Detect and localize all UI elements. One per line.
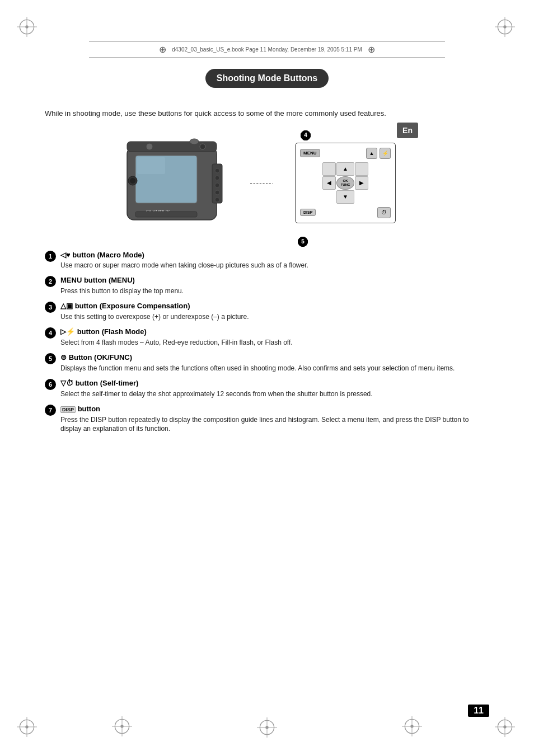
arrow-up: ▲ <box>336 162 354 176</box>
instr-num-2: 2 <box>45 276 56 287</box>
instr-title-7: DISP button <box>60 404 489 414</box>
title-wrapper: Shooting Mode Buttons <box>45 69 489 98</box>
instr-content-2: MENU button (MENU) Press this button to … <box>60 275 489 295</box>
instruction-6: 6 ▽⏱ button (Self-timer) Select the self… <box>45 378 489 398</box>
corner-mark-bl <box>17 717 39 739</box>
instr-desc-1: Use macro or super macro mode when takin… <box>60 261 489 270</box>
bottom-center-left-mark <box>112 716 132 738</box>
bottom-button-row: DISP ⏱ <box>300 207 391 218</box>
instr-num-7: 7 <box>45 405 56 416</box>
diagram-area: OLYMPUS <box>45 130 489 237</box>
instr-num-1: 1 <box>45 251 56 262</box>
btn-placeholder-2: ⚡ <box>380 148 391 159</box>
corner-mark-tl <box>17 17 39 39</box>
arrow-se <box>355 190 368 204</box>
instr-symbol-5: ⊜ <box>60 353 69 361</box>
svg-rect-41 <box>135 212 197 217</box>
svg-point-27 <box>410 725 413 727</box>
svg-point-23 <box>265 726 268 729</box>
corner-mark-br <box>495 717 517 739</box>
header-crosshair-right: ⊕ <box>368 44 375 55</box>
arrow-right: ▶ <box>355 176 368 190</box>
ok-button: OKFUNC <box>336 176 354 190</box>
instr-symbol-6: ▽⏱ <box>60 379 76 387</box>
language-badge: En <box>397 123 418 138</box>
instruction-2: 2 MENU button (MENU) Press this button t… <box>45 275 489 295</box>
instr-symbol-4: ▷⚡ <box>60 327 77 336</box>
num-5: 5 <box>298 237 308 247</box>
svg-point-40 <box>215 198 219 202</box>
instruction-3: 3 △▣ button (Exposure Compensation) Use … <box>45 301 489 321</box>
svg-point-36 <box>215 168 219 173</box>
svg-point-43 <box>130 178 135 184</box>
instruction-1: 1 ◁♥ button (Macro Mode) Use macro or su… <box>45 250 489 270</box>
instr-num-4: 4 <box>45 327 56 339</box>
instr-num-3: 3 <box>45 302 56 313</box>
menu-button: MENU <box>300 149 320 157</box>
svg-point-44 <box>190 139 199 144</box>
arrow-grid: ▲ ◀ OKFUNC ▶ ▼ <box>322 162 368 204</box>
instr-title-3: △▣ button (Exposure Compensation) <box>60 301 489 311</box>
arrow-left: ◀ <box>322 176 336 190</box>
button-cluster: MENU ▲ ⚡ ▲ ◀ O <box>295 143 396 223</box>
svg-point-19 <box>120 725 123 727</box>
arrow-cluster-row: ▲ ◀ OKFUNC ▶ ▼ <box>300 162 391 204</box>
button-diagram: 1 2 3 4 MENU ▲ ⚡ <box>289 130 401 237</box>
instr-num-6: 6 <box>45 379 56 390</box>
instr-content-1: ◁♥ button (Macro Mode) Use macro or supe… <box>60 250 489 270</box>
top-right-buttons: ▲ ⚡ <box>366 148 391 159</box>
svg-point-38 <box>215 183 219 187</box>
self-timer-button: ⏱ <box>377 207 391 218</box>
instr-content-7: DISP button Press the DISP button repeat… <box>60 404 489 434</box>
disp-button: DISP <box>300 209 316 216</box>
instruction-5: 5 ⊜ Button (OK/FUNC) Displays the functi… <box>45 353 489 373</box>
intro-text: While in shooting mode, use these button… <box>45 108 489 119</box>
connector <box>250 130 273 237</box>
button-diagram-container: 1 2 3 4 MENU ▲ ⚡ <box>289 130 401 237</box>
arrow-sw <box>322 190 336 204</box>
instr-content-6: ▽⏱ button (Self-timer) Select the self-t… <box>60 378 489 398</box>
arrow-nw <box>322 162 336 176</box>
instr-content-4: ▷⚡ button (Flash Mode) Select from 4 fla… <box>60 327 489 347</box>
svg-point-34 <box>146 143 153 150</box>
instructions-list: 1 ◁♥ button (Macro Mode) Use macro or su… <box>45 250 489 434</box>
instr-title-1: ◁♥ button (Macro Mode) <box>60 250 489 260</box>
instr-num-5: 5 <box>45 353 56 364</box>
arrow-down: ▼ <box>336 190 354 204</box>
instr-desc-6: Select the self-timer to delay the shot … <box>60 389 489 399</box>
arrow-ne <box>355 162 368 176</box>
svg-point-3 <box>25 25 28 28</box>
file-info: d4302_03_basic_US_e.book Page 11 Monday,… <box>172 46 362 53</box>
svg-point-11 <box>25 725 28 728</box>
top-button-row: MENU ▲ ⚡ <box>300 148 391 159</box>
instr-title-5: ⊜ Button (OK/FUNC) <box>60 353 489 363</box>
instr-title-4: ▷⚡ button (Flash Mode) <box>60 327 489 337</box>
instr-symbol-3: △▣ <box>60 302 75 310</box>
page-container: ⊕ d4302_03_basic_US_e.book Page 11 Monda… <box>0 0 534 756</box>
instr-content-5: ⊜ Button (OK/FUNC) Displays the function… <box>60 353 489 373</box>
bottom-center-right-mark <box>402 716 422 738</box>
svg-point-33 <box>200 144 205 149</box>
file-header: ⊕ d4302_03_basic_US_e.book Page 11 Monda… <box>45 34 489 58</box>
instr-desc-7: Press the DISP button repeatedly to disp… <box>60 415 489 434</box>
instr-desc-5: Displays the function menu and sets the … <box>60 364 489 373</box>
instruction-4: 4 ▷⚡ button (Flash Mode) Select from 4 f… <box>45 327 489 347</box>
corner-mark-tr <box>495 17 517 39</box>
num-4: 4 <box>301 130 311 140</box>
page-title: Shooting Mode Buttons <box>205 69 329 88</box>
page-number: 11 <box>468 705 489 717</box>
camera-illustration: OLYMPUS <box>116 130 233 237</box>
bottom-center-mark <box>257 717 277 739</box>
disp-badge: DISP <box>60 406 76 413</box>
instr-desc-3: Use this setting to overexpose (+) or un… <box>60 312 489 322</box>
instruction-7: 7 DISP button Press the DISP button repe… <box>45 404 489 434</box>
instr-content-3: △▣ button (Exposure Compensation) Use th… <box>60 301 489 321</box>
svg-rect-30 <box>137 157 165 174</box>
header-crosshair-left: ⊕ <box>159 44 166 55</box>
svg-point-37 <box>215 176 219 180</box>
instr-desc-2: Press this button to display the top men… <box>60 287 489 296</box>
instr-title-6: ▽⏱ button (Self-timer) <box>60 378 489 388</box>
btn-placeholder-1: ▲ <box>366 148 377 159</box>
instr-desc-4: Select from 4 flash modes – Auto, Red-ey… <box>60 338 489 348</box>
svg-point-39 <box>215 190 219 195</box>
